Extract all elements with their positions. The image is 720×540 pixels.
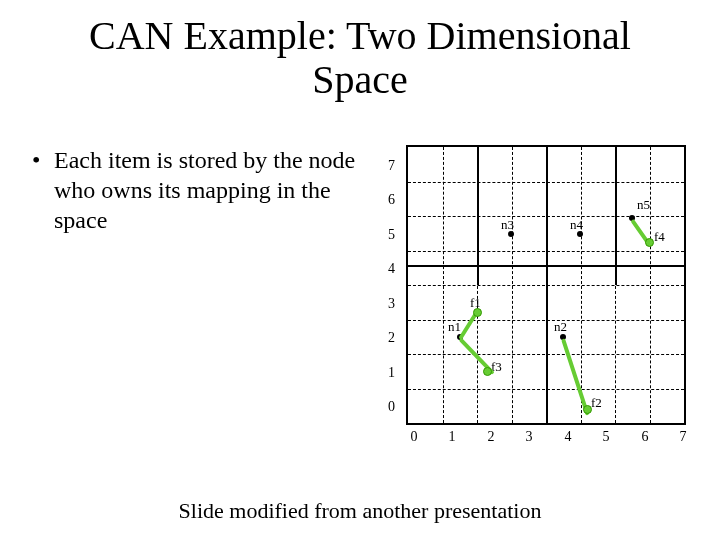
label-n2: n2 (554, 319, 567, 335)
x-tick-5: 5 (603, 429, 610, 445)
x-tick-7: 7 (680, 429, 687, 445)
y-tick-5: 5 (388, 227, 395, 243)
x-tick-1: 1 (449, 429, 456, 445)
x-tick-0: 0 (411, 429, 418, 445)
y-tick-0: 0 (388, 399, 395, 415)
y-tick-3: 3 (388, 296, 395, 312)
y-tick-7: 7 (388, 158, 395, 174)
plot-area: n1 n2 n3 n4 n5 f1 f2 f3 f4 (406, 145, 686, 425)
x-tick-4: 4 (565, 429, 572, 445)
bullet-list: Each item is stored by the node who owns… (28, 145, 358, 235)
footer-text: Slide modified from another presentation (0, 498, 720, 524)
label-n3: n3 (501, 217, 514, 233)
y-tick-2: 2 (388, 330, 395, 346)
label-n1: n1 (448, 319, 461, 335)
slide-title: CAN Example: Two Dimensional Space (0, 0, 720, 110)
x-tick-3: 3 (526, 429, 533, 445)
label-f2: f2 (591, 395, 602, 411)
bullet-item: Each item is stored by the node who owns… (50, 145, 358, 235)
label-f4: f4 (654, 229, 665, 245)
partition-v-2 (477, 147, 479, 285)
partition-v-6 (615, 147, 617, 285)
item-f3 (483, 367, 492, 376)
y-tick-4: 4 (388, 261, 395, 277)
y-tick-6: 6 (388, 192, 395, 208)
x-tick-2: 2 (488, 429, 495, 445)
label-n5: n5 (637, 197, 650, 213)
slide: CAN Example: Two Dimensional Space Each … (0, 0, 720, 540)
partition-v-4 (546, 147, 548, 423)
can-space-diagram: 0 1 2 3 4 5 6 7 0 1 2 3 4 5 6 7 (378, 145, 686, 453)
y-tick-1: 1 (388, 365, 395, 381)
item-f1 (473, 308, 482, 317)
x-tick-6: 6 (642, 429, 649, 445)
item-f4 (645, 238, 654, 247)
link-n2-f2 (561, 338, 590, 415)
item-f2 (583, 405, 592, 414)
label-n4: n4 (570, 217, 583, 233)
